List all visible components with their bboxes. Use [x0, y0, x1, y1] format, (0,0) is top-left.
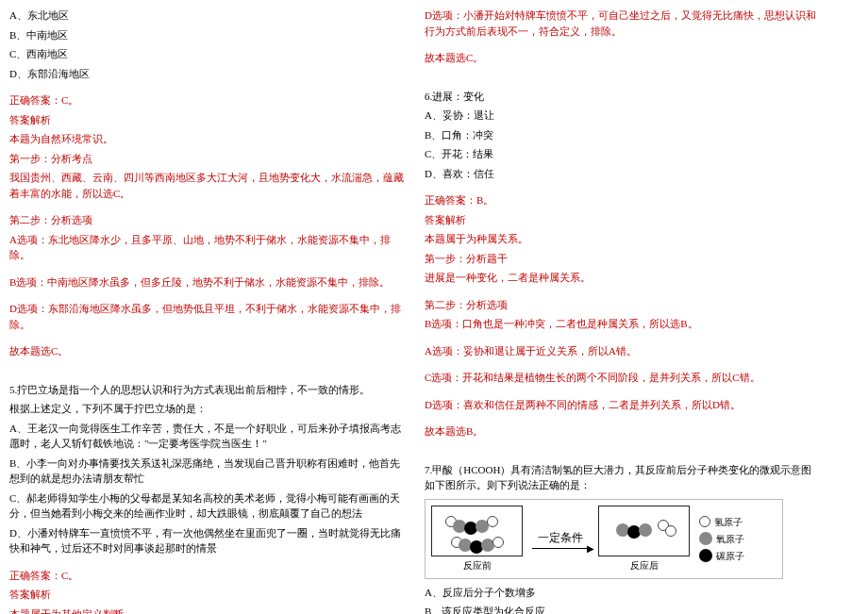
step1-text: 我国贵州、西藏、云南、四川等西南地区多大江大河，且地势变化大，水流湍急，蕴藏着丰…	[9, 170, 406, 201]
q6-correct-answer: 正确答案：B。	[425, 192, 821, 208]
h-atom-icon	[492, 537, 504, 548]
q6-stem: 6.进展：变化	[425, 89, 821, 105]
before-box	[431, 506, 523, 556]
c-atom-icon	[699, 549, 712, 562]
q7-option-a: A、反应后分子个数增多	[425, 585, 821, 601]
before-box-wrap: 反应前	[431, 506, 523, 573]
h-atom-icon	[665, 525, 676, 537]
q5-stem-2: 根据上述定义，下列不属于拧巴立场的是：	[9, 401, 406, 417]
q7-option-b: B、该反应类型为化合反应	[425, 604, 821, 614]
q5-stem-1: 5.拧巴立场是指一个人的思想认识和行为方式表现出前后相悖，不一致的情形。	[9, 382, 406, 398]
after-caption: 反应后	[630, 558, 659, 573]
option-c: C、西南地区	[9, 46, 406, 62]
q5-correct-answer: 正确答案：C。	[9, 568, 406, 584]
o-atom-icon	[639, 523, 652, 537]
q6-step1-label: 第一步：分析题干	[425, 251, 821, 267]
q5-conclusion: 故本题选C。	[425, 50, 821, 66]
legend-row-h: 氢原子	[699, 515, 744, 529]
correct-answer: 正确答案：C。	[9, 92, 406, 108]
legend: 氢原子 氧原子 碳原子	[699, 515, 744, 563]
h-atom-icon	[487, 516, 498, 527]
right-column: D选项：小潘开始对特牌车愤愤不平，可自己坐过之后，又觉得无比痛快，思想认识和行为…	[415, 0, 830, 614]
q6-option-c: C、开花：结果	[425, 146, 821, 162]
after-box	[598, 506, 690, 556]
page: A、东北地区 B、中南地区 C、西南地区 D、东部沿海地区 正确答案：C。 答案…	[0, 0, 868, 614]
answer-analysis-label: 答案解析	[9, 112, 406, 128]
step2-label: 第二步：分析选项	[9, 212, 406, 228]
arrow-icon	[532, 548, 589, 549]
o-atom-icon	[699, 532, 712, 545]
legend-c-label: 碳原子	[716, 549, 744, 563]
option-d: D、东部沿海地区	[9, 66, 406, 82]
opt-b-explain: B选项：中南地区降水虽多，但多丘陵，地势不利于储水，水能资源不集中，排除。	[9, 274, 406, 290]
q5-opt-d-explain: D选项：小潘开始对特牌车愤愤不平，可自己坐过之后，又觉得无比痛快，思想认识和行为…	[425, 8, 821, 39]
q5-option-c: C、郝老师得知学生小梅的父母都是某知名高校的美术老师，觉得小梅可能有画画的天分，…	[9, 490, 406, 522]
legend-h-label: 氢原子	[714, 515, 743, 529]
q6-option-b: B、口角：冲突	[425, 127, 821, 143]
q6-opt-c-explain: C选项：开花和结果是植物生长的两个不同阶段，是并列关系，所以C错。	[425, 370, 821, 386]
legend-row-o: 氧原子	[699, 532, 744, 546]
q5-option-d: D、小潘对特牌车一直愤愤不平，有一次他偶然坐在里面兜了一圈，当时就觉得无比痛快和…	[9, 525, 406, 556]
q5-option-b: B、小李一向对办事情要找关系送礼深恶痛绝，当发现自己晋升职称有困难时，他首先想到…	[9, 456, 406, 487]
arrow-block: 一定条件	[532, 529, 589, 549]
q6-analysis-label: 答案解析	[425, 212, 821, 228]
q6-step1-text: 进展是一种变化，二者是种属关系。	[425, 270, 821, 286]
after-box-wrap: 反应后	[598, 506, 690, 573]
reaction-diagram: 反应前 一定条件 反应后 氢原子 氧原子 碳原子	[425, 499, 783, 579]
h-atom-icon	[699, 516, 710, 527]
option-b: B、中南地区	[9, 27, 406, 43]
q6-analysis-1: 本题属于为种属关系。	[425, 231, 821, 247]
q5-option-a: A、王老汉一向觉得医生工作辛苦，责任大，不是一个好职业，可后来孙子填报高考志愿时…	[9, 421, 406, 452]
q5-analysis-label: 答案解析	[9, 587, 406, 603]
step1-label: 第一步：分析考点	[9, 151, 406, 167]
arrow-label: 一定条件	[538, 529, 583, 546]
legend-row-c: 碳原子	[699, 549, 744, 563]
left-column: A、东北地区 B、中南地区 C、西南地区 D、东部沿海地区 正确答案：C。 答案…	[0, 0, 415, 614]
conclusion: 故本题选C。	[9, 343, 406, 359]
q6-option-a: A、妥协：退让	[425, 108, 821, 124]
legend-o-label: 氧原子	[716, 532, 744, 546]
q6-opt-d-explain: D选项：喜欢和信任是两种不同的情感，二者是并列关系，所以D错。	[425, 397, 821, 413]
before-caption: 反应前	[463, 558, 492, 573]
q6-conclusion: 故本题选B。	[425, 423, 821, 440]
q6-option-d: D、喜欢：信任	[425, 166, 821, 182]
analysis-line: 本题为自然环境常识。	[9, 131, 406, 147]
q6-opt-b-explain: B选项：口角也是一种冲突，二者也是种属关系，所以选B。	[425, 316, 821, 332]
q6-opt-a-explain: A选项：妥协和退让属于近义关系，所以A错。	[425, 343, 821, 359]
q5-analysis-1: 本题属于为其他定义判断。	[9, 606, 406, 615]
q6-step2-label: 第二步：分析选项	[425, 297, 821, 313]
opt-d-explain: D选项：东部沿海地区降水虽多，但地势低且平坦，不利于储水，水能资源不集中，排除。	[9, 301, 406, 332]
q7-stem: 7.甲酸（HCOOH）具有清洁制氢的巨大潜力，其反应前后分子种类变化的微观示意图…	[425, 462, 821, 493]
opt-a-explain: A选项：东北地区降水少，且多平原、山地，地势不利于储水，水能资源不集中，排除。	[9, 232, 406, 263]
option-a: A、东北地区	[9, 8, 406, 24]
